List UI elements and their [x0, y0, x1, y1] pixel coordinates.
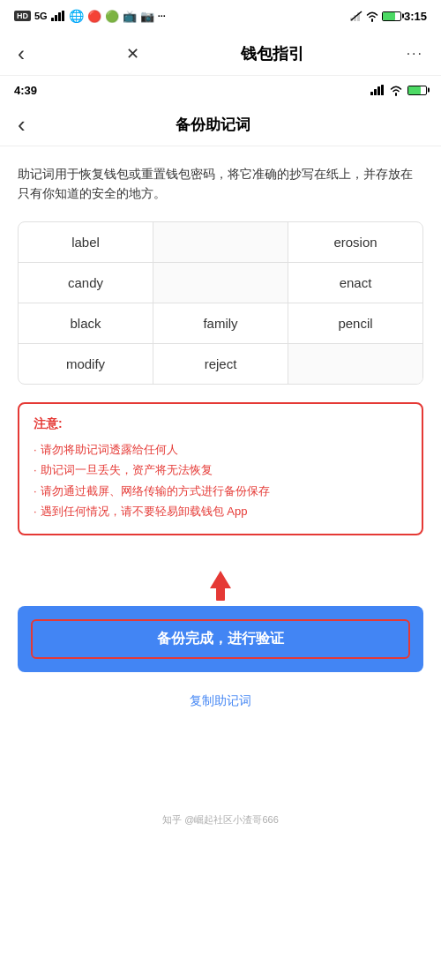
- svg-rect-10: [377, 86, 380, 95]
- outer-status-left: HD 5G 🌐 🔴 🟢 📺 📷 ···: [14, 9, 166, 23]
- inner-battery-icon: [407, 86, 427, 95]
- warning-box: 注意: · 请勿将助记词透露给任何人 · 助记词一旦丢失，资产将无法恢复 · 请…: [18, 402, 423, 536]
- svg-rect-9: [374, 89, 377, 95]
- signal-icon: [51, 11, 65, 21]
- warning-title: 注意:: [34, 416, 407, 432]
- network-5g: 5G: [34, 11, 48, 21]
- outer-back-button[interactable]: ‹: [18, 41, 25, 66]
- more-dots: ···: [158, 11, 166, 21]
- action-area: 备份完成，进行验证 复制助记词: [0, 571, 441, 734]
- svg-rect-3: [62, 11, 64, 21]
- svg-rect-13: [216, 587, 225, 601]
- mnemonic-empty: [153, 222, 288, 262]
- warning-item-4: · 遇到任何情况，请不要轻易卸载钱包 App: [34, 501, 407, 521]
- inner-back-button[interactable]: ‹: [18, 111, 26, 138]
- inner-status-icons: [370, 85, 427, 96]
- red-arrow-icon: [18, 571, 423, 602]
- outer-status-bar: HD 5G 🌐 🔴 🟢 📺 📷 ··· 3:15: [0, 0, 441, 32]
- mnemonic-grid: label erosion candy enact black family p…: [18, 221, 423, 385]
- mnemonic-word-enact: enact: [288, 263, 422, 303]
- app-icon-2: 🟢: [105, 10, 119, 23]
- mnemonic-word-reject: reject: [153, 344, 288, 384]
- mnemonic-word-candy: candy: [19, 263, 153, 303]
- no-signal-icon: [350, 11, 363, 21]
- bottom-space: [0, 734, 441, 804]
- inner-app: 4:39 ‹ 备份助记词 助记词用于恢复钱包或重置钱包密码，将它准确的抄写在纸: [0, 76, 441, 835]
- inner-time: 4:39: [14, 84, 37, 97]
- mnemonic-word-label: label: [19, 222, 153, 262]
- warning-item-3: · 请勿通过截屏、网络传输的方式进行备份保存: [34, 481, 407, 501]
- svg-rect-2: [58, 12, 61, 21]
- svg-rect-1: [55, 15, 57, 21]
- svg-marker-12: [210, 571, 231, 588]
- inner-nav: ‹ 备份助记词: [0, 104, 441, 146]
- app-icon-3: 📺: [123, 10, 137, 23]
- app-icon-4: 📷: [140, 10, 154, 23]
- outer-nav: ‹ ✕ 钱包指引 ···: [0, 32, 441, 76]
- wifi-icon: [365, 11, 379, 22]
- mnemonic-row: black family pencil: [19, 303, 422, 344]
- mnemonic-empty: [153, 263, 288, 303]
- primary-button-label: 备份完成，进行验证: [157, 631, 284, 646]
- hd-badge: HD: [14, 11, 31, 21]
- mnemonic-row: modify reject: [19, 344, 422, 384]
- svg-rect-0: [51, 18, 54, 21]
- outer-status-right: 3:15: [350, 10, 427, 23]
- content-area: 助记词用于恢复钱包或重置钱包密码，将它准确的抄写在纸上，并存放在只有你知道的安全…: [0, 146, 441, 571]
- warning-item-2: · 助记词一旦丢失，资产将无法恢复: [34, 460, 407, 480]
- svg-rect-11: [381, 85, 384, 95]
- warning-item-1: · 请勿将助记词透露给任何人: [34, 439, 407, 460]
- bullet-icon: ·: [34, 501, 37, 521]
- copy-mnemonic-link[interactable]: 复制助记词: [18, 686, 423, 716]
- primary-action-button[interactable]: 备份完成，进行验证: [18, 606, 423, 672]
- mnemonic-word-modify: modify: [19, 344, 153, 384]
- mnemonic-empty: [288, 344, 422, 384]
- inner-signal-icon: [370, 85, 385, 95]
- mnemonic-word-erosion: erosion: [288, 222, 422, 262]
- mnemonic-word-black: black: [19, 303, 153, 343]
- clock-time: 3:15: [404, 10, 427, 23]
- bullet-icon: ·: [34, 481, 37, 501]
- inner-wifi-icon: [389, 85, 403, 96]
- mnemonic-word-pencil: pencil: [288, 303, 422, 343]
- weibo-icon: 🌐: [69, 9, 84, 23]
- mnemonic-row: candy enact: [19, 263, 422, 303]
- battery-icon: [382, 11, 401, 21]
- mnemonic-row: label erosion: [19, 222, 422, 263]
- description-text: 助记词用于恢复钱包或重置钱包密码，将它准确的抄写在纸上，并存放在只有你知道的安全…: [18, 164, 423, 204]
- bullet-icon: ·: [34, 439, 37, 460]
- outer-nav-title: 钱包指引: [241, 43, 304, 64]
- outer-close-button[interactable]: ✕: [126, 44, 139, 64]
- watermark: 知乎 @崛起社区小渣哥666: [0, 804, 441, 835]
- app-icon-1: 🔴: [87, 10, 101, 23]
- inner-status-bar: 4:39: [0, 76, 441, 104]
- outer-more-button[interactable]: ···: [407, 46, 423, 62]
- inner-nav-title: 备份助记词: [26, 115, 400, 135]
- mnemonic-word-family: family: [153, 303, 288, 343]
- bullet-icon: ·: [34, 460, 37, 480]
- button-highlight-border: 备份完成，进行验证: [31, 619, 410, 659]
- svg-rect-8: [370, 92, 373, 95]
